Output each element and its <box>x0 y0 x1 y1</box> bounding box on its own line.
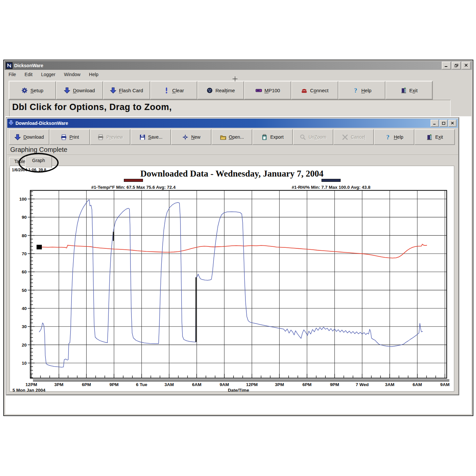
open-button[interactable]: Open... <box>211 129 252 145</box>
child-minimize-button[interactable] <box>431 120 439 127</box>
svg-text:9AM: 9AM <box>220 382 229 387</box>
preview-button: Preview <box>90 129 130 145</box>
download-window-icon <box>9 120 14 126</box>
save-button[interactable]: Save... <box>130 129 171 145</box>
print-button[interactable]: Print <box>49 129 90 145</box>
graph-page: 1/6/2004 1:06, 39.8 Downloaded Data - We… <box>10 166 454 392</box>
svg-text:?: ? <box>386 134 390 140</box>
download-button[interactable]: Download <box>56 81 103 99</box>
status-line: Graphing Complete <box>7 146 458 155</box>
button-label: Open... <box>229 134 244 140</box>
svg-text:6PM: 6PM <box>82 382 91 387</box>
button-label: Download <box>23 134 44 140</box>
svg-text:12PM: 12PM <box>246 382 258 387</box>
printer-icon <box>98 134 104 140</box>
question-icon: ? <box>352 87 359 94</box>
svg-text:9AM: 9AM <box>440 382 450 387</box>
button-label: MP100 <box>265 88 280 93</box>
menu-help[interactable]: Help <box>89 72 98 77</box>
cancel-button: Cancel <box>333 129 374 145</box>
restore-button[interactable] <box>452 62 461 70</box>
main-menubar: File Edit Logger Window Help <box>5 70 471 78</box>
svg-text:90: 90 <box>22 215 27 220</box>
svg-text:10: 10 <box>22 361 27 366</box>
svg-text:100: 100 <box>19 197 27 202</box>
minimize-button[interactable] <box>442 62 451 70</box>
download-toolbar: DownloadPrintPreviewSave...NewOpen...Exp… <box>9 129 455 145</box>
phone-icon <box>301 87 307 94</box>
svg-text:3AM: 3AM <box>164 382 174 387</box>
button-label: Help <box>361 88 372 93</box>
connect-button[interactable]: Connect <box>291 81 338 99</box>
svg-text:60: 60 <box>22 269 27 274</box>
realtime-button[interactable]: Realtime <box>197 81 244 99</box>
svg-text:3PM: 3PM <box>275 382 284 387</box>
clear-button[interactable]: Clear <box>150 81 197 99</box>
child-close-button[interactable] <box>448 120 457 127</box>
svg-text:50: 50 <box>22 288 27 293</box>
button-label: Clear <box>172 88 184 93</box>
setup-button[interactable]: Setup <box>9 81 56 99</box>
exit-icon <box>426 134 433 140</box>
exclamation-icon <box>163 87 170 94</box>
svg-text:7 Wed: 7 Wed <box>356 382 369 387</box>
rh-legend-swatch <box>322 179 341 182</box>
new-button[interactable]: New <box>171 129 211 145</box>
status-text: Graphing Complete <box>10 146 67 153</box>
download-button[interactable]: Download <box>9 129 49 145</box>
app-icon <box>6 62 13 69</box>
download-arrow-icon <box>14 134 21 140</box>
export-icon <box>261 134 267 140</box>
download-titlebar[interactable]: Download-DicksonWare <box>7 119 458 128</box>
main-titlebar[interactable]: DicksonWare <box>5 61 472 70</box>
button-label: Connect <box>310 88 328 93</box>
button-label: Exit <box>409 88 418 93</box>
exit-button[interactable]: Exit <box>414 129 455 145</box>
button-label: New <box>191 134 200 140</box>
svg-text:12PM: 12PM <box>25 382 37 387</box>
download-window-title: Download-DicksonWare <box>15 121 68 126</box>
menu-window[interactable]: Window <box>64 72 80 77</box>
svg-text:6PM: 6PM <box>302 382 312 387</box>
gear-icon <box>21 87 28 94</box>
svg-text:Date/Time: Date/Time <box>228 388 249 393</box>
device-icon <box>256 87 262 94</box>
help-button[interactable]: ?Help <box>374 129 414 145</box>
child-maximize-button[interactable] <box>439 120 448 127</box>
printer-icon <box>61 134 67 140</box>
button-label: Download <box>73 88 95 93</box>
temp-legend-swatch <box>124 179 143 182</box>
chart-title: Downloaded Data - Wednesday, January 7, … <box>10 169 454 179</box>
menu-logger[interactable]: Logger <box>41 72 56 77</box>
help-button[interactable]: ?Help <box>338 81 385 99</box>
menu-edit[interactable]: Edit <box>25 72 33 77</box>
button-label: Print <box>70 134 79 140</box>
button-label: Preview <box>106 134 123 140</box>
clock-icon <box>207 87 213 94</box>
svg-text:30: 30 <box>22 324 27 329</box>
button-label: Realtime <box>215 88 235 93</box>
export-button[interactable]: Export <box>252 129 293 145</box>
button-label: Help <box>394 134 403 140</box>
svg-text:3PM: 3PM <box>54 382 64 387</box>
unzoom-button: UnZoom <box>293 129 333 145</box>
svg-text:9PM: 9PM <box>330 382 339 387</box>
button-label: Export <box>270 134 283 140</box>
open-folder-icon <box>220 134 226 140</box>
exit-button[interactable]: Exit <box>385 81 433 99</box>
menu-file[interactable]: File <box>9 72 16 77</box>
button-label: Flash Card <box>119 88 143 93</box>
svg-text:80: 80 <box>22 233 27 238</box>
svg-text:5 Mon Jan 2004: 5 Mon Jan 2004 <box>13 388 45 393</box>
mp100-button[interactable]: MP100 <box>244 81 291 99</box>
flash-card-button[interactable]: Flash Card <box>103 81 150 99</box>
close-button[interactable] <box>462 62 471 70</box>
svg-text:6 Tue: 6 Tue <box>136 382 148 387</box>
button-label: Cancel <box>351 134 365 140</box>
save-icon <box>139 134 146 140</box>
tab-bar: Table Graph <box>7 155 458 166</box>
tab-graph[interactable]: Graph <box>25 156 52 168</box>
svg-text:70: 70 <box>22 251 27 256</box>
chart-plot[interactable]: 10203040506070809010012PM3PM6PM9PM6 Tue3… <box>10 184 453 393</box>
question-icon: ? <box>385 134 391 140</box>
